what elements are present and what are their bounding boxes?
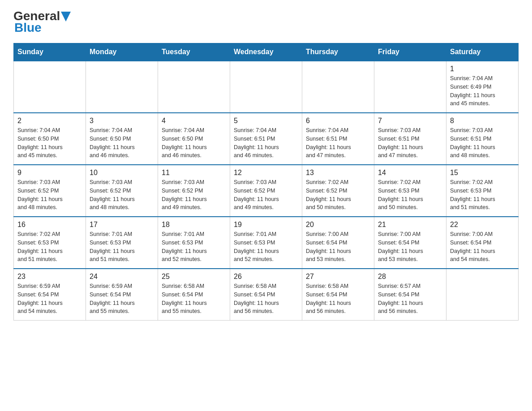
calendar-cell: 16Sunrise: 7:02 AM Sunset: 6:53 PM Dayli… <box>14 217 86 269</box>
day-number: 21 <box>378 221 442 229</box>
day-number: 4 <box>162 117 226 125</box>
day-info: Sunrise: 7:02 AM Sunset: 6:52 PM Dayligh… <box>306 178 370 212</box>
day-info: Sunrise: 7:04 AM Sunset: 6:50 PM Dayligh… <box>162 126 226 160</box>
calendar-cell <box>374 61 446 113</box>
logo-blue-text: Blue <box>14 21 42 35</box>
day-of-week-header: Monday <box>86 43 158 61</box>
calendar-cell <box>86 61 158 113</box>
calendar-cell: 22Sunrise: 7:00 AM Sunset: 6:54 PM Dayli… <box>446 217 519 269</box>
day-number: 1 <box>450 65 515 73</box>
day-number: 25 <box>162 273 226 281</box>
calendar-cell: 20Sunrise: 7:00 AM Sunset: 6:54 PM Dayli… <box>302 217 374 269</box>
day-number: 5 <box>234 117 298 125</box>
day-number: 28 <box>378 273 442 281</box>
day-of-week-header: Friday <box>374 43 446 61</box>
calendar-cell: 3Sunrise: 7:04 AM Sunset: 6:50 PM Daylig… <box>86 113 158 165</box>
day-number: 22 <box>450 221 515 229</box>
day-info: Sunrise: 7:00 AM Sunset: 6:54 PM Dayligh… <box>378 230 442 264</box>
calendar-cell: 1Sunrise: 7:04 AM Sunset: 6:49 PM Daylig… <box>446 61 519 113</box>
day-number: 26 <box>234 273 298 281</box>
calendar-cell: 11Sunrise: 7:03 AM Sunset: 6:52 PM Dayli… <box>158 165 230 217</box>
day-info: Sunrise: 7:01 AM Sunset: 6:53 PM Dayligh… <box>90 230 154 264</box>
day-number: 17 <box>90 221 154 229</box>
day-number: 20 <box>306 221 370 229</box>
day-info: Sunrise: 7:04 AM Sunset: 6:49 PM Dayligh… <box>450 74 515 108</box>
calendar-cell <box>14 61 86 113</box>
calendar-cell <box>158 61 230 113</box>
day-of-week-header: Wednesday <box>230 43 302 61</box>
day-info: Sunrise: 7:02 AM Sunset: 6:53 PM Dayligh… <box>450 178 515 212</box>
day-of-week-header: Saturday <box>446 43 519 61</box>
day-info: Sunrise: 7:04 AM Sunset: 6:51 PM Dayligh… <box>306 126 370 160</box>
calendar-cell: 7Sunrise: 7:03 AM Sunset: 6:51 PM Daylig… <box>374 113 446 165</box>
calendar-cell: 21Sunrise: 7:00 AM Sunset: 6:54 PM Dayli… <box>374 217 446 269</box>
day-number: 10 <box>90 169 154 177</box>
day-number: 18 <box>162 221 226 229</box>
calendar-cell: 26Sunrise: 6:58 AM Sunset: 6:54 PM Dayli… <box>230 269 302 321</box>
day-number: 3 <box>90 117 154 125</box>
calendar-cell: 6Sunrise: 7:04 AM Sunset: 6:51 PM Daylig… <box>302 113 374 165</box>
calendar-cell: 4Sunrise: 7:04 AM Sunset: 6:50 PM Daylig… <box>158 113 230 165</box>
day-number: 7 <box>378 117 442 125</box>
day-info: Sunrise: 7:04 AM Sunset: 6:50 PM Dayligh… <box>17 126 82 160</box>
calendar-week-row: 23Sunrise: 6:59 AM Sunset: 6:54 PM Dayli… <box>14 269 519 321</box>
day-info: Sunrise: 7:03 AM Sunset: 6:52 PM Dayligh… <box>162 178 226 212</box>
day-info: Sunrise: 7:02 AM Sunset: 6:53 PM Dayligh… <box>17 230 82 264</box>
day-info: Sunrise: 7:01 AM Sunset: 6:53 PM Dayligh… <box>234 230 298 264</box>
day-info: Sunrise: 6:59 AM Sunset: 6:54 PM Dayligh… <box>17 282 82 316</box>
calendar-table: SundayMondayTuesdayWednesdayThursdayFrid… <box>13 43 519 321</box>
logo-triangle-icon <box>61 12 71 21</box>
day-number: 16 <box>17 221 82 229</box>
day-info: Sunrise: 7:03 AM Sunset: 6:51 PM Dayligh… <box>378 126 442 160</box>
calendar-cell: 5Sunrise: 7:04 AM Sunset: 6:51 PM Daylig… <box>230 113 302 165</box>
calendar-cell: 28Sunrise: 6:57 AM Sunset: 6:54 PM Dayli… <box>374 269 446 321</box>
calendar-cell: 10Sunrise: 7:03 AM Sunset: 6:52 PM Dayli… <box>86 165 158 217</box>
day-info: Sunrise: 7:03 AM Sunset: 6:52 PM Dayligh… <box>90 178 154 212</box>
calendar-week-row: 2Sunrise: 7:04 AM Sunset: 6:50 PM Daylig… <box>14 113 519 165</box>
day-info: Sunrise: 6:57 AM Sunset: 6:54 PM Dayligh… <box>378 282 442 316</box>
calendar-header-row: SundayMondayTuesdayWednesdayThursdayFrid… <box>14 43 519 61</box>
calendar-cell: 8Sunrise: 7:03 AM Sunset: 6:51 PM Daylig… <box>446 113 519 165</box>
calendar-cell: 23Sunrise: 6:59 AM Sunset: 6:54 PM Dayli… <box>14 269 86 321</box>
calendar-cell: 25Sunrise: 6:58 AM Sunset: 6:54 PM Dayli… <box>158 269 230 321</box>
day-number: 9 <box>17 169 82 177</box>
calendar-cell: 2Sunrise: 7:04 AM Sunset: 6:50 PM Daylig… <box>14 113 86 165</box>
calendar-cell: 15Sunrise: 7:02 AM Sunset: 6:53 PM Dayli… <box>446 165 519 217</box>
day-info: Sunrise: 6:58 AM Sunset: 6:54 PM Dayligh… <box>306 282 370 316</box>
day-of-week-header: Tuesday <box>158 43 230 61</box>
day-number: 23 <box>17 273 82 281</box>
day-number: 12 <box>234 169 298 177</box>
day-of-week-header: Sunday <box>14 43 86 61</box>
logo: General Blue <box>13 9 71 35</box>
calendar-cell: 9Sunrise: 7:03 AM Sunset: 6:52 PM Daylig… <box>14 165 86 217</box>
svg-marker-0 <box>61 12 71 21</box>
day-number: 13 <box>306 169 370 177</box>
day-number: 15 <box>450 169 515 177</box>
calendar-cell: 12Sunrise: 7:03 AM Sunset: 6:52 PM Dayli… <box>230 165 302 217</box>
day-number: 2 <box>17 117 82 125</box>
calendar-week-row: 1Sunrise: 7:04 AM Sunset: 6:49 PM Daylig… <box>14 61 519 113</box>
day-info: Sunrise: 7:01 AM Sunset: 6:53 PM Dayligh… <box>162 230 226 264</box>
calendar-cell <box>230 61 302 113</box>
calendar-cell: 19Sunrise: 7:01 AM Sunset: 6:53 PM Dayli… <box>230 217 302 269</box>
calendar-cell: 13Sunrise: 7:02 AM Sunset: 6:52 PM Dayli… <box>302 165 374 217</box>
day-number: 11 <box>162 169 226 177</box>
calendar-cell <box>446 269 519 321</box>
day-info: Sunrise: 6:58 AM Sunset: 6:54 PM Dayligh… <box>234 282 298 316</box>
day-info: Sunrise: 7:00 AM Sunset: 6:54 PM Dayligh… <box>306 230 370 264</box>
day-info: Sunrise: 7:03 AM Sunset: 6:52 PM Dayligh… <box>17 178 82 212</box>
day-number: 6 <box>306 117 370 125</box>
calendar-cell: 24Sunrise: 6:59 AM Sunset: 6:54 PM Dayli… <box>86 269 158 321</box>
calendar-cell: 17Sunrise: 7:01 AM Sunset: 6:53 PM Dayli… <box>86 217 158 269</box>
day-info: Sunrise: 7:03 AM Sunset: 6:51 PM Dayligh… <box>450 126 515 160</box>
calendar-cell: 14Sunrise: 7:02 AM Sunset: 6:53 PM Dayli… <box>374 165 446 217</box>
day-number: 24 <box>90 273 154 281</box>
calendar-week-row: 16Sunrise: 7:02 AM Sunset: 6:53 PM Dayli… <box>14 217 519 269</box>
calendar-cell <box>302 61 374 113</box>
day-info: Sunrise: 7:04 AM Sunset: 6:51 PM Dayligh… <box>234 126 298 160</box>
day-number: 14 <box>378 169 442 177</box>
day-of-week-header: Thursday <box>302 43 374 61</box>
day-info: Sunrise: 6:58 AM Sunset: 6:54 PM Dayligh… <box>162 282 226 316</box>
page-header: General Blue <box>13 9 519 35</box>
calendar-week-row: 9Sunrise: 7:03 AM Sunset: 6:52 PM Daylig… <box>14 165 519 217</box>
